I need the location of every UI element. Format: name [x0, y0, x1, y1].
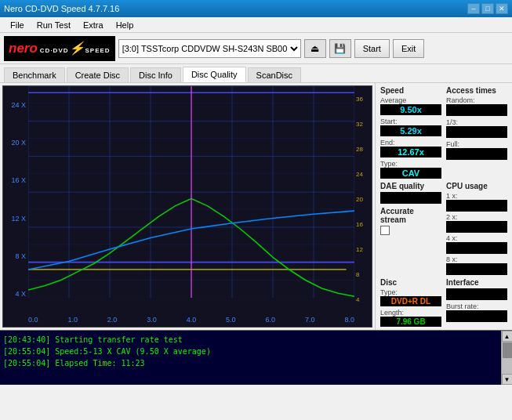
y-axis-left: 24 X 20 X 16 X 12 X 8 X 4 X	[3, 86, 28, 313]
x-label-1: 1.0	[67, 316, 78, 324]
y-right-8: 8	[356, 271, 359, 278]
y-axis-right: 36 32 28 24 20 16 12 8 4	[354, 86, 372, 313]
random-value-bar	[446, 104, 507, 116]
menu-runtest[interactable]: Run Test	[31, 19, 77, 31]
x-label-0: 0.0	[28, 316, 38, 324]
tab-disc-quality[interactable]: Disc Quality	[183, 67, 246, 82]
access-times-label: Access times	[446, 86, 507, 95]
dae-quality-bar	[380, 192, 441, 204]
cpu-usage-label: CPU usage	[446, 182, 507, 190]
average-label: Average	[380, 96, 441, 104]
tab-benchmark[interactable]: Benchmark	[4, 67, 65, 82]
y-right-28: 28	[356, 146, 363, 153]
x-label-3: 3.0	[147, 316, 157, 324]
y-label-20x: 20 X	[11, 139, 26, 147]
interface-value-bar	[446, 288, 507, 300]
x-axis: 0.0 1.0 2.0 3.0 4.0 5.0 6.0 7.0 8.0	[28, 313, 354, 327]
interface-col: Interface Burst rate:	[446, 278, 507, 327]
log-line-2: [20:55:04] Elapsed Time: 11:23	[3, 357, 498, 369]
start-label: Start:	[380, 118, 441, 125]
y-right-16: 16	[356, 221, 363, 228]
accurate-stream-label: Accurate stream	[380, 207, 441, 224]
dae-cpu-row: DAE quality Accurate stream CPU usage 1 …	[380, 182, 507, 275]
end-value: 12.67x	[380, 147, 441, 158]
log-content: [20:43:40] Starting transfer rate test […	[0, 331, 501, 385]
minimize-button[interactable]: –	[467, 3, 480, 14]
y-label-16x: 16 X	[11, 176, 26, 184]
titlebar-controls: – □ ✕	[467, 3, 508, 14]
accurate-stream-checkbox[interactable]	[380, 226, 390, 235]
average-value: 9.50x	[380, 104, 441, 115]
one-third-label: 1/3:	[446, 118, 507, 126]
disc-type-value: DVD+R DL	[380, 296, 441, 306]
full-label: Full:	[446, 140, 507, 148]
dae-quality-label: DAE quality	[380, 182, 441, 190]
log-line-0: [20:43:40] Starting transfer rate test	[3, 334, 498, 346]
speed-label: Speed	[380, 86, 441, 95]
y-right-4: 4	[356, 296, 359, 303]
right-panel: Speed Average 9.50x Start: 5.29x End: 12…	[375, 83, 512, 330]
speed-access-row: Speed Average 9.50x Start: 5.29x End: 12…	[380, 86, 507, 179]
y-right-36: 36	[356, 96, 363, 103]
tab-disc-info[interactable]: Disc Info	[130, 67, 181, 82]
access-col: Access times Random: 1/3: Full:	[446, 86, 507, 179]
full-value-bar	[446, 148, 507, 160]
cpu-8x-label: 8 x:	[446, 255, 507, 263]
start-value: 5.29x	[380, 125, 441, 136]
type-value: CAV	[380, 168, 441, 179]
one-third-value-bar	[446, 126, 507, 138]
x-label-2: 2.0	[107, 316, 118, 324]
burst-label: Burst rate:	[446, 302, 507, 310]
tab-create-disc[interactable]: Create Disc	[67, 67, 129, 82]
y-right-24: 24	[356, 171, 363, 178]
scroll-down-button[interactable]: ▼	[502, 374, 513, 385]
log-line-1: [20:55:04] Speed:5-13 X CAV (9.50 X aver…	[3, 346, 498, 357]
menu-extra[interactable]: Extra	[77, 19, 110, 31]
type-label: Type:	[380, 160, 441, 168]
disc-interface-row: Disc Type: DVD+R DL Length: 7.96 GB Inte…	[380, 278, 507, 327]
menu-file[interactable]: File	[4, 19, 31, 31]
menubar: File Run Test Extra Help	[0, 17, 512, 33]
content-wrapper: 24 X 20 X 16 X 12 X 8 X 4 X	[0, 83, 512, 385]
y-right-32: 32	[356, 121, 363, 128]
disc-length-value: 7.96 GB	[380, 317, 441, 327]
tabs: Benchmark Create Disc Disc Info Disc Qua…	[0, 64, 512, 83]
save-button[interactable]: 💾	[329, 39, 351, 58]
start-button[interactable]: Start	[354, 39, 390, 58]
scroll-up-button[interactable]: ▲	[502, 331, 513, 342]
chart-svg	[28, 86, 354, 298]
chart-area: 24 X 20 X 16 X 12 X 8 X 4 X	[2, 85, 372, 328]
scroll-thumb[interactable]	[503, 342, 512, 358]
maximize-button[interactable]: □	[481, 3, 494, 14]
x-label-4: 4.0	[187, 316, 197, 324]
x-label-8: 8.0	[344, 316, 354, 324]
y-label-8x: 8 X	[15, 252, 26, 260]
exit-button[interactable]: Exit	[393, 39, 424, 58]
disc-type-label: Type:	[380, 288, 441, 296]
cpu-col: CPU usage 1 x: 2 x: 4 x: 8 x:	[446, 182, 507, 275]
speed-col: Speed Average 9.50x Start: 5.29x End: 12…	[380, 86, 441, 179]
disc-col: Disc Type: DVD+R DL Length: 7.96 GB	[380, 278, 441, 327]
x-label-5: 5.0	[226, 316, 236, 324]
random-label: Random:	[446, 96, 507, 104]
titlebar-title: Nero CD-DVD Speed 4.7.7.16	[4, 4, 119, 13]
y-right-20: 20	[356, 196, 363, 203]
cpu-1x-label: 1 x:	[446, 192, 507, 200]
drive-select[interactable]: [3:0] TSSTcorp CDDVDW SH-S243N SB00	[118, 39, 301, 58]
cpu-2x-bar	[446, 221, 507, 233]
eject-button[interactable]: ⏏	[304, 39, 326, 58]
chart-and-right: 24 X 20 X 16 X 12 X 8 X 4 X	[0, 83, 512, 330]
disc-label: Disc	[380, 278, 441, 287]
x-label-6: 6.0	[266, 316, 276, 324]
disc-length-label: Length:	[380, 309, 441, 317]
close-button[interactable]: ✕	[496, 3, 508, 14]
x-label-7: 7.0	[305, 316, 315, 324]
dae-col: DAE quality Accurate stream	[380, 182, 441, 275]
menu-help[interactable]: Help	[110, 19, 140, 31]
cpu-8x-bar	[446, 263, 507, 275]
cpu-4x-label: 4 x:	[446, 234, 507, 242]
tab-scan-disc[interactable]: ScanDisc	[248, 67, 301, 82]
nero-logo: nero CD·DVD⚡SPEED	[4, 36, 115, 61]
y-label-12x: 12 X	[11, 215, 26, 223]
y-label-4x: 4 X	[15, 290, 26, 298]
